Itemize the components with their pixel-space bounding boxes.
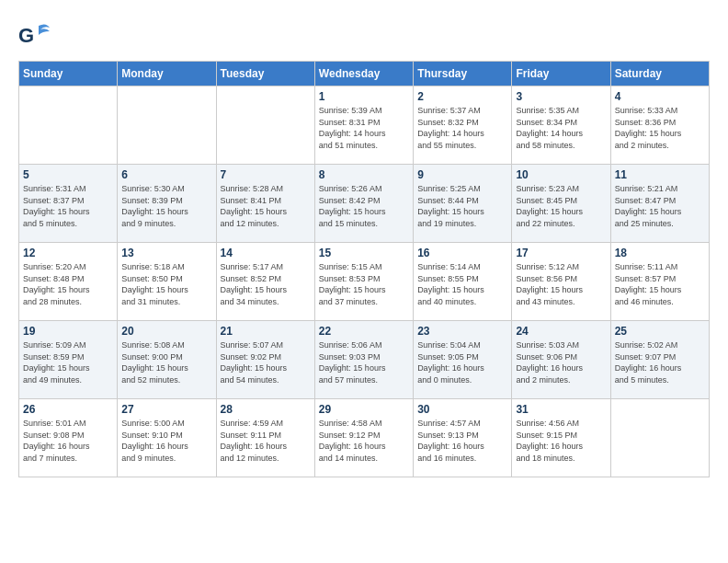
day-number: 1: [319, 90, 409, 103]
cell-content: Sunrise: 5:01 AM Sunset: 9:08 PM Dayligh…: [23, 418, 113, 464]
day-cell-16: 16Sunrise: 5:14 AM Sunset: 8:55 PM Dayli…: [414, 243, 512, 321]
cell-content: Sunrise: 5:37 AM Sunset: 8:32 PM Dayligh…: [417, 105, 507, 151]
day-cell-7: 7Sunrise: 5:28 AM Sunset: 8:41 PM Daylig…: [216, 165, 314, 243]
day-number: 13: [121, 247, 211, 259]
cell-content: Sunrise: 5:17 AM Sunset: 8:52 PM Dayligh…: [221, 261, 311, 307]
empty-cell: [118, 86, 216, 165]
day-cell-9: 9Sunrise: 5:25 AM Sunset: 8:44 PM Daylig…: [414, 165, 512, 243]
day-cell-10: 10Sunrise: 5:23 AM Sunset: 8:45 PM Dayli…: [512, 165, 610, 243]
day-cell-15: 15Sunrise: 5:15 AM Sunset: 8:53 PM Dayli…: [314, 243, 413, 321]
cell-content: Sunrise: 5:26 AM Sunset: 8:42 PM Dayligh…: [319, 183, 409, 229]
day-cell-20: 20Sunrise: 5:08 AM Sunset: 9:00 PM Dayli…: [118, 321, 216, 399]
header: G: [18, 18, 710, 52]
day-header-sunday: Sunday: [19, 62, 118, 86]
day-number: 12: [23, 247, 113, 259]
cell-content: Sunrise: 5:03 AM Sunset: 9:06 PM Dayligh…: [516, 339, 606, 385]
cell-content: Sunrise: 5:11 AM Sunset: 8:57 PM Dayligh…: [615, 261, 705, 307]
empty-cell: [216, 86, 314, 165]
day-number: 8: [319, 168, 409, 181]
day-cell-2: 2Sunrise: 5:37 AM Sunset: 8:32 PM Daylig…: [414, 86, 512, 165]
day-cell-24: 24Sunrise: 5:03 AM Sunset: 9:06 PM Dayli…: [512, 321, 610, 399]
day-number: 7: [221, 168, 311, 181]
day-number: 15: [319, 247, 409, 259]
day-number: 27: [121, 403, 211, 416]
day-number: 17: [516, 247, 606, 259]
day-cell-8: 8Sunrise: 5:26 AM Sunset: 8:42 PM Daylig…: [314, 165, 413, 243]
day-number: 10: [516, 168, 606, 181]
day-cell-1: 1Sunrise: 5:39 AM Sunset: 8:31 PM Daylig…: [314, 86, 413, 165]
day-number: 11: [615, 168, 705, 181]
calendar-table: SundayMondayTuesdayWednesdayThursdayFrid…: [18, 61, 710, 477]
day-cell-31: 31Sunrise: 4:56 AM Sunset: 9:15 PM Dayli…: [512, 399, 610, 477]
day-cell-27: 27Sunrise: 5:00 AM Sunset: 9:10 PM Dayli…: [118, 399, 216, 477]
cell-content: Sunrise: 5:21 AM Sunset: 8:47 PM Dayligh…: [615, 183, 705, 229]
day-number: 20: [121, 325, 211, 338]
cell-content: Sunrise: 5:25 AM Sunset: 8:44 PM Dayligh…: [417, 183, 507, 229]
day-number: 21: [221, 325, 311, 338]
day-cell-14: 14Sunrise: 5:17 AM Sunset: 8:52 PM Dayli…: [216, 243, 314, 321]
day-cell-28: 28Sunrise: 4:59 AM Sunset: 9:11 PM Dayli…: [216, 399, 314, 477]
day-number: 9: [417, 168, 507, 181]
day-cell-29: 29Sunrise: 4:58 AM Sunset: 9:12 PM Dayli…: [314, 399, 413, 477]
empty-cell: [19, 86, 118, 165]
cell-content: Sunrise: 5:14 AM Sunset: 8:55 PM Dayligh…: [417, 261, 507, 307]
cell-content: Sunrise: 5:28 AM Sunset: 8:41 PM Dayligh…: [221, 183, 311, 229]
cell-content: Sunrise: 5:18 AM Sunset: 8:50 PM Dayligh…: [121, 261, 211, 307]
cell-content: Sunrise: 5:08 AM Sunset: 9:00 PM Dayligh…: [121, 339, 211, 385]
week-row-2: 5Sunrise: 5:31 AM Sunset: 8:37 PM Daylig…: [19, 165, 710, 243]
cell-content: Sunrise: 5:23 AM Sunset: 8:45 PM Dayligh…: [516, 183, 606, 229]
day-number: 4: [615, 90, 705, 103]
cell-content: Sunrise: 5:35 AM Sunset: 8:34 PM Dayligh…: [516, 105, 606, 151]
day-cell-5: 5Sunrise: 5:31 AM Sunset: 8:37 PM Daylig…: [19, 165, 118, 243]
day-header-thursday: Thursday: [414, 62, 512, 86]
day-number: 16: [417, 247, 507, 259]
day-header-tuesday: Tuesday: [216, 62, 314, 86]
cell-content: Sunrise: 5:09 AM Sunset: 8:59 PM Dayligh…: [23, 339, 113, 385]
day-cell-17: 17Sunrise: 5:12 AM Sunset: 8:56 PM Dayli…: [512, 243, 610, 321]
cell-content: Sunrise: 5:04 AM Sunset: 9:05 PM Dayligh…: [417, 339, 507, 385]
cell-content: Sunrise: 5:00 AM Sunset: 9:10 PM Dayligh…: [121, 418, 211, 464]
day-cell-11: 11Sunrise: 5:21 AM Sunset: 8:47 PM Dayli…: [610, 165, 709, 243]
logo: G: [18, 18, 55, 52]
day-cell-4: 4Sunrise: 5:33 AM Sunset: 8:36 PM Daylig…: [610, 86, 709, 165]
cell-content: Sunrise: 5:33 AM Sunset: 8:36 PM Dayligh…: [615, 105, 705, 151]
day-number: 23: [417, 325, 507, 338]
day-cell-6: 6Sunrise: 5:30 AM Sunset: 8:39 PM Daylig…: [118, 165, 216, 243]
day-number: 29: [319, 403, 409, 416]
day-cell-3: 3Sunrise: 5:35 AM Sunset: 8:34 PM Daylig…: [512, 86, 610, 165]
day-cell-18: 18Sunrise: 5:11 AM Sunset: 8:57 PM Dayli…: [610, 243, 709, 321]
day-number: 6: [121, 168, 211, 181]
cell-content: Sunrise: 5:30 AM Sunset: 8:39 PM Dayligh…: [121, 183, 211, 229]
week-row-1: 1Sunrise: 5:39 AM Sunset: 8:31 PM Daylig…: [19, 86, 710, 165]
empty-cell: [610, 399, 709, 477]
cell-content: Sunrise: 5:31 AM Sunset: 8:37 PM Dayligh…: [23, 183, 113, 229]
day-number: 5: [23, 168, 113, 181]
cell-content: Sunrise: 5:15 AM Sunset: 8:53 PM Dayligh…: [319, 261, 409, 307]
cell-content: Sunrise: 5:02 AM Sunset: 9:07 PM Dayligh…: [615, 339, 705, 385]
day-cell-26: 26Sunrise: 5:01 AM Sunset: 9:08 PM Dayli…: [19, 399, 118, 477]
day-number: 3: [516, 90, 606, 103]
week-row-4: 19Sunrise: 5:09 AM Sunset: 8:59 PM Dayli…: [19, 321, 710, 399]
day-cell-21: 21Sunrise: 5:07 AM Sunset: 9:02 PM Dayli…: [216, 321, 314, 399]
cell-content: Sunrise: 5:12 AM Sunset: 8:56 PM Dayligh…: [516, 261, 606, 307]
day-number: 22: [319, 325, 409, 338]
day-number: 18: [615, 247, 705, 259]
day-number: 30: [417, 403, 507, 416]
cell-content: Sunrise: 5:39 AM Sunset: 8:31 PM Dayligh…: [319, 105, 409, 151]
day-number: 14: [221, 247, 311, 259]
day-header-monday: Monday: [118, 62, 216, 86]
day-number: 28: [221, 403, 311, 416]
day-cell-19: 19Sunrise: 5:09 AM Sunset: 8:59 PM Dayli…: [19, 321, 118, 399]
day-cell-25: 25Sunrise: 5:02 AM Sunset: 9:07 PM Dayli…: [610, 321, 709, 399]
day-cell-12: 12Sunrise: 5:20 AM Sunset: 8:48 PM Dayli…: [19, 243, 118, 321]
day-number: 31: [516, 403, 606, 416]
cell-content: Sunrise: 5:07 AM Sunset: 9:02 PM Dayligh…: [221, 339, 311, 385]
cell-content: Sunrise: 4:58 AM Sunset: 9:12 PM Dayligh…: [319, 418, 409, 464]
week-row-5: 26Sunrise: 5:01 AM Sunset: 9:08 PM Dayli…: [19, 399, 710, 477]
day-cell-22: 22Sunrise: 5:06 AM Sunset: 9:03 PM Dayli…: [314, 321, 413, 399]
day-number: 24: [516, 325, 606, 338]
week-row-3: 12Sunrise: 5:20 AM Sunset: 8:48 PM Dayli…: [19, 243, 710, 321]
day-cell-13: 13Sunrise: 5:18 AM Sunset: 8:50 PM Dayli…: [118, 243, 216, 321]
day-number: 2: [417, 90, 507, 103]
day-number: 25: [615, 325, 705, 338]
